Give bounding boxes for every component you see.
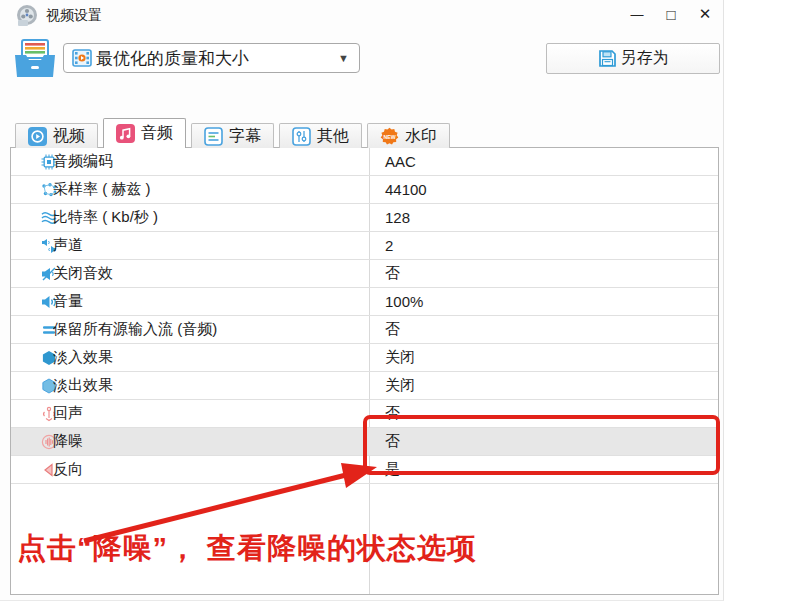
table-row[interactable]: 降噪否 <box>11 428 718 456</box>
setting-label: 反向 <box>53 460 358 479</box>
codec-chip-icon <box>26 154 42 170</box>
bitrate-icon <box>26 210 42 226</box>
settings-tabbar: 视频音频字幕其他NEW水印 <box>15 119 450 148</box>
setting-value[interactable]: 100% <box>385 293 423 310</box>
watermark-new-badge-icon: NEW <box>380 127 399 146</box>
table-row[interactable]: 关闭音效否 <box>11 260 718 288</box>
tab-other[interactable]: 其他 <box>279 123 362 148</box>
sample-rate-icon <box>26 182 42 198</box>
setting-value[interactable]: 128 <box>385 209 410 226</box>
video-tab-icon <box>28 127 47 146</box>
output-tray-icon <box>12 38 58 80</box>
table-row[interactable]: 声道2 <box>11 232 718 260</box>
window-title: 视频设置 <box>46 7 102 25</box>
table-row[interactable]: 比特率 ( Kb/秒 )128 <box>11 204 718 232</box>
subtitle-tab-icon <box>204 127 223 146</box>
setting-value[interactable]: 2 <box>385 237 393 254</box>
setting-label: 淡入效果 <box>53 348 358 367</box>
setting-value[interactable]: 关闭 <box>385 348 415 367</box>
video-settings-dialog: 视频设置 — □ ✕ 最优化的质量和大小 ▼ <box>0 0 724 601</box>
setting-label: 音量 <box>53 292 358 311</box>
setting-label: 采样率 ( 赫兹 ) <box>53 180 358 199</box>
other-tab-icon <box>292 127 311 146</box>
setting-label: 声道 <box>53 236 358 255</box>
tab-label: 水印 <box>405 126 437 147</box>
maximize-button[interactable]: □ <box>661 2 681 26</box>
floppy-save-icon <box>598 49 617 68</box>
titlebar: 视频设置 — □ ✕ <box>0 0 723 30</box>
app-logo-icon <box>15 3 39 27</box>
setting-value[interactable]: AAC <box>385 153 416 170</box>
tab-subtitle[interactable]: 字幕 <box>191 123 274 148</box>
minimize-button[interactable]: — <box>627 2 647 26</box>
tab-label: 视频 <box>53 126 85 147</box>
table-row[interactable]: 淡入效果关闭 <box>11 344 718 372</box>
streams-icon <box>26 322 42 338</box>
table-row[interactable]: 音频编码AAC <box>11 148 718 176</box>
channels-icon <box>26 238 42 254</box>
preset-dropdown[interactable]: 最优化的质量和大小 ▼ <box>63 43 360 73</box>
setting-label: 降噪 <box>53 432 358 451</box>
setting-value[interactable]: 关闭 <box>385 376 415 395</box>
preset-dropdown-value: 最优化的质量和大小 <box>96 47 334 70</box>
echo-icon <box>26 406 42 422</box>
setting-value[interactable]: 否 <box>385 320 400 339</box>
setting-label: 保留所有源输入流 (音频) <box>53 320 358 339</box>
mute-icon <box>26 266 42 282</box>
annotation-text: 点击“降噪”， 查看降噪的状态选项 <box>17 529 477 569</box>
table-row[interactable]: 采样率 ( 赫兹 )44100 <box>11 176 718 204</box>
table-row[interactable]: 反向是 <box>11 456 718 484</box>
fade-out-icon <box>26 378 42 394</box>
table-row[interactable]: 回声否 <box>11 400 718 428</box>
tab-audio[interactable]: 音频 <box>103 118 186 148</box>
volume-icon <box>26 294 42 310</box>
tab-label: 字幕 <box>229 126 261 147</box>
setting-label: 淡出效果 <box>53 376 358 395</box>
table-row[interactable]: 音量100% <box>11 288 718 316</box>
save-as-button[interactable]: 另存为 <box>546 43 720 74</box>
tab-watermark[interactable]: NEW水印 <box>367 123 450 148</box>
setting-label: 比特率 ( Kb/秒 ) <box>53 208 358 227</box>
save-as-label: 另存为 <box>621 48 669 69</box>
audio-settings-table: 音频编码AAC采样率 ( 赫兹 )44100比特率 ( Kb/秒 )128声道2… <box>10 147 719 595</box>
table-row[interactable]: 淡出效果关闭 <box>11 372 718 400</box>
tab-video[interactable]: 视频 <box>15 123 98 148</box>
audio-tab-icon <box>116 124 135 143</box>
denoise-icon <box>26 434 42 450</box>
close-button[interactable]: ✕ <box>695 2 715 26</box>
setting-value[interactable]: 否 <box>385 264 400 283</box>
svg-text:NEW: NEW <box>383 133 395 139</box>
chevron-down-icon: ▼ <box>338 52 349 64</box>
setting-value[interactable]: 44100 <box>385 181 427 198</box>
setting-label: 回声 <box>53 404 358 423</box>
tab-label: 音频 <box>141 123 173 144</box>
film-clip-icon <box>72 48 92 68</box>
setting-value[interactable]: 否 <box>385 404 400 423</box>
tab-label: 其他 <box>317 126 349 147</box>
reverse-icon <box>26 462 42 478</box>
table-row[interactable]: 保留所有源输入流 (音频)否 <box>11 316 718 344</box>
setting-label: 音频编码 <box>53 152 358 171</box>
setting-label: 关闭音效 <box>53 264 358 283</box>
fade-in-icon <box>26 350 42 366</box>
setting-value[interactable]: 否 <box>385 432 400 451</box>
setting-value[interactable]: 是 <box>385 460 400 479</box>
